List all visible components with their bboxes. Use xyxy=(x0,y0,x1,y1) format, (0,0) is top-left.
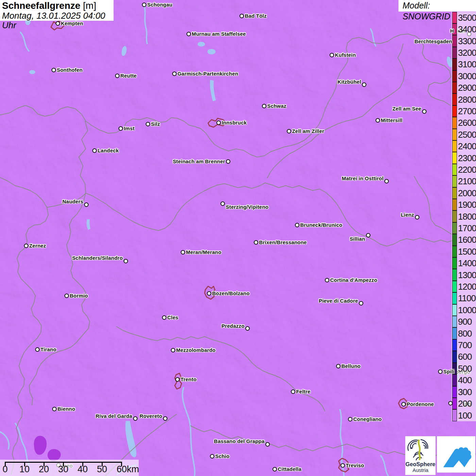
colorbar-swatch xyxy=(452,82,457,94)
geosphere-logo-box: GeoSphere Austria xyxy=(405,436,436,475)
scalebar-number: 40 xyxy=(78,464,88,475)
map-title-box: Schneefallgrenze [m] Montag, 13.01.2025 … xyxy=(0,0,114,21)
colorbar-swatch xyxy=(452,58,457,70)
scalebar-number: 60km xyxy=(117,464,139,475)
colorbar-value: 2600 xyxy=(458,118,476,128)
geosphere-contours-icon xyxy=(405,438,430,461)
colorbar-value: 1000 xyxy=(458,305,476,316)
colorbar-swatch xyxy=(452,35,457,47)
colorbar-swatch xyxy=(452,222,457,234)
colorbar-value: 2900 xyxy=(458,83,476,93)
colorbar-row: 1900 xyxy=(452,199,476,211)
colorbar-swatch xyxy=(452,316,457,327)
colorbar-value: 3300 xyxy=(458,36,476,47)
colorbar-value: 800 xyxy=(458,328,472,339)
colorbar-row: 500 xyxy=(452,363,476,374)
colorbar-row: 2700 xyxy=(452,105,476,117)
colorbar-value: 900 xyxy=(458,317,472,327)
snowfall-limit-map: lleinbergoipoIseo SchongauBad TölzKempte… xyxy=(0,0,476,476)
colorbar-swatch xyxy=(452,351,457,362)
colorbar-row: 1000 xyxy=(452,304,476,316)
colorbar-row: 100 xyxy=(452,410,476,421)
colorbar-swatch xyxy=(452,304,457,316)
colorbar-row: 3100 xyxy=(452,59,476,70)
colorbar-value: 3400 xyxy=(458,24,476,35)
distance-scalebar: 0102030405060km xyxy=(0,460,139,476)
colorbar-value: 3200 xyxy=(458,48,476,58)
colorbar-rows: 3500340033003200310030002900280027002600… xyxy=(452,12,476,421)
colorbar-swatch xyxy=(452,339,457,351)
colorbar-row: 1700 xyxy=(452,222,476,234)
colorbar-swatch xyxy=(452,374,457,386)
colorbar-swatch xyxy=(452,140,457,152)
colorbar-value: 600 xyxy=(458,352,472,362)
colorbar-swatch xyxy=(452,70,457,82)
colorbar-swatch xyxy=(452,234,457,245)
model-label-box: Modell: SNOWGRID xyxy=(398,0,476,12)
colorbar-swatch xyxy=(452,187,457,199)
colorbar-swatch xyxy=(452,398,457,409)
colorbar-value: 2800 xyxy=(458,95,476,105)
colorbar-value: 1900 xyxy=(458,200,476,210)
colorbar-row: 2400 xyxy=(452,140,476,152)
colorbar-value: 1200 xyxy=(458,282,476,292)
colorbar-value: 1100 xyxy=(458,293,476,304)
colorbar-value: 300 xyxy=(458,387,472,397)
scalebar-number: 30 xyxy=(58,464,68,475)
colorbar-value: 2500 xyxy=(458,130,476,140)
colorbar-row: 3300 xyxy=(452,35,476,47)
colorbar-row: 2100 xyxy=(452,176,476,187)
colorbar-value: 100 xyxy=(458,410,472,421)
colorbar-row: 1600 xyxy=(452,234,476,246)
colorbar-row: 1800 xyxy=(452,211,476,222)
colorbar-value: 1700 xyxy=(458,223,476,234)
geosphere-logo-country: Austria xyxy=(405,467,436,473)
colorbar-row: 1200 xyxy=(452,281,476,292)
colorbar-swatch xyxy=(452,12,457,23)
terrain-layer xyxy=(0,0,476,476)
colorbar-swatch xyxy=(452,409,457,421)
colorbar-row: 800 xyxy=(452,328,476,339)
scalebar-number: 50 xyxy=(97,464,107,475)
map-title-parameter: Schneefallgrenze xyxy=(2,0,80,11)
colorbar-value: 2400 xyxy=(458,141,476,152)
mountain-cloud-logo-icon xyxy=(440,440,473,469)
colorbar-value: 1800 xyxy=(458,211,476,222)
elevation-colorbar: 3500340033003200310030002900280027002600… xyxy=(452,12,476,421)
colorbar-value: 3000 xyxy=(458,71,476,82)
colorbar-swatch xyxy=(452,281,457,292)
colorbar-row: 400 xyxy=(452,375,476,386)
map-canvas xyxy=(0,0,476,476)
colorbar-row: 200 xyxy=(452,398,476,409)
colorbar-swatch xyxy=(452,292,457,304)
colorbar-row: 2200 xyxy=(452,164,476,175)
colorbar-row: 700 xyxy=(452,339,476,351)
colorbar-row: 2000 xyxy=(452,187,476,199)
colorbar-swatch xyxy=(452,94,457,105)
colorbar-value: 2300 xyxy=(458,153,476,164)
colorbar-swatch xyxy=(452,363,457,374)
colorbar-swatch xyxy=(452,210,457,222)
colorbar-row: 900 xyxy=(452,316,476,328)
colorbar-swatch xyxy=(452,386,457,398)
colorbar-row: 3000 xyxy=(452,70,476,82)
colorbar-row: 1100 xyxy=(452,293,476,304)
colorbar-row: 2900 xyxy=(452,82,476,94)
scalebar-number: 10 xyxy=(19,464,30,475)
colorbar-row: 300 xyxy=(452,386,476,398)
colorbar-value: 400 xyxy=(458,375,472,386)
colorbar-value: 3100 xyxy=(458,59,476,70)
colorbar-value: 2000 xyxy=(458,188,476,199)
colorbar-swatch xyxy=(452,117,457,129)
colorbar-swatch xyxy=(452,129,457,140)
colorbar-value: 500 xyxy=(458,363,472,374)
colorbar-value: 700 xyxy=(458,340,472,351)
colorbar-row: 2600 xyxy=(452,117,476,129)
model-label: Modell: SNOWGRID xyxy=(403,1,450,21)
colorbar-swatch xyxy=(452,175,457,187)
colorbar-swatch xyxy=(452,164,457,175)
colorbar-row: 3200 xyxy=(452,47,476,58)
colorbar-value: 1400 xyxy=(458,258,476,269)
colorbar-row: 3500 xyxy=(452,12,476,23)
colorbar-value: 2100 xyxy=(458,176,476,187)
